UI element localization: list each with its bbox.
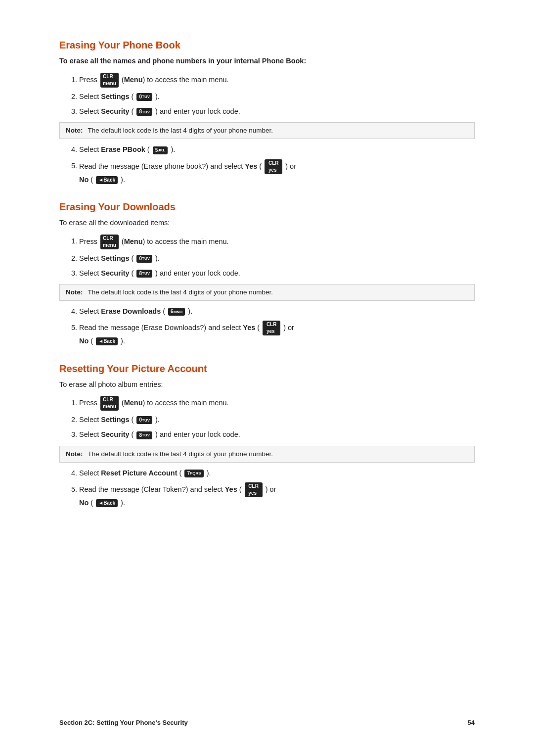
steps-list-1b: Select Erase PBook ( 5JKL ). Read the me…	[79, 144, 475, 185]
menu-key-badge: CLRmenu	[100, 73, 119, 88]
security-bold-3: Security	[101, 430, 129, 438]
yes-key-badge-1: CLRyes	[265, 159, 282, 174]
step-1-1: Press CLRmenu (Menu) to access the main …	[79, 73, 475, 88]
step-3-1: Press CLRmenu (Menu) to access the main …	[79, 396, 475, 411]
menu-key-badge-3: CLRmenu	[100, 396, 119, 411]
steps-list-3: Press CLRmenu (Menu) to access the main …	[79, 396, 475, 440]
step-2-5: Read the message (Erase Downloads?) and …	[79, 321, 475, 347]
note-text-1: The default lock code is the last 4 digi…	[88, 126, 273, 136]
section-intro-downloads: To erase all the downloaded items:	[59, 218, 475, 229]
page-footer: Section 2C: Setting Your Phone's Securit…	[0, 719, 534, 726]
settings-key-badge-1: 0TUV	[136, 93, 152, 101]
no-bold-2: No	[79, 337, 89, 345]
section-intro-erase-phone-book: To erase all the names and phone numbers…	[59, 56, 475, 67]
picture-key-badge: 7PQRS	[184, 470, 203, 477]
step-1-4: Select Erase PBook ( 5JKL ).	[79, 144, 475, 155]
note-label-3: Note:	[66, 449, 83, 459]
yes-bold-1: Yes	[245, 162, 257, 170]
security-key-badge-2: 8TUV	[136, 270, 152, 278]
note-box-3: Note: The default lock code is the last …	[59, 446, 475, 463]
section-title-reset-picture: Resetting Your Picture Account	[59, 363, 475, 375]
step-2-1: Press CLRmenu (Menu) to access the main …	[79, 235, 475, 249]
section-erase-downloads: Erasing Your Downloads To erase all the …	[59, 201, 475, 347]
steps-list-2: Press CLRmenu (Menu) to access the main …	[79, 235, 475, 279]
no-bold-3: No	[79, 499, 89, 507]
step-3-3: Select Security ( 8TUV ) and enter your …	[79, 429, 475, 440]
security-bold-2: Security	[101, 269, 129, 277]
settings-bold-1: Settings	[101, 93, 129, 100]
section-erase-phone-book: Erasing Your Phone Book To erase all the…	[59, 40, 475, 186]
steps-list-2b: Select Erase Downloads ( 6MNO ). Read th…	[79, 306, 475, 347]
step-3-5: Read the message (Clear Token?) and sele…	[79, 482, 475, 509]
no-bold-1: No	[79, 176, 89, 184]
steps-list-3b: Select Reset Picture Account ( 7PQRS ). …	[79, 468, 475, 509]
yes-bold-3: Yes	[225, 485, 237, 493]
step-2-2: Select Settings ( 0TUV ).	[79, 253, 475, 264]
no-key-badge-1: ◄Back	[96, 176, 118, 184]
intro-text: To erase all the names and phone numbers…	[59, 57, 306, 65]
step-3-2: Select Settings ( 0TUV ).	[79, 414, 475, 425]
security-key-badge-1: 8TUV	[136, 108, 152, 116]
section-title-erase-downloads: Erasing Your Downloads	[59, 201, 475, 213]
settings-bold-2: Settings	[101, 254, 129, 262]
step-2-4: Select Erase Downloads ( 6MNO ).	[79, 306, 475, 317]
footer-section-label: Section 2C: Setting Your Phone's Securit…	[59, 719, 188, 726]
note-box-2: Note: The default lock code is the last …	[59, 284, 475, 301]
section-reset-picture: Resetting Your Picture Account To erase …	[59, 363, 475, 509]
steps-list-1: Press CLRmenu (Menu) to access the main …	[79, 73, 475, 117]
yes-bold-2: Yes	[243, 324, 255, 331]
erase-downloads-bold: Erase Downloads	[101, 307, 161, 315]
downloads-key-badge: 6MNO	[168, 308, 185, 316]
step-3-4: Select Reset Picture Account ( 7PQRS ).	[79, 468, 475, 479]
menu-bold: Menu	[124, 76, 143, 84]
pbook-key-badge: 5JKL	[153, 146, 168, 154]
note-text-3: The default lock code is the last 4 digi…	[88, 449, 273, 459]
security-key-badge-3: 8TUV	[136, 431, 152, 439]
step-1-3: Select Security ( 8TUV ) and enter your …	[79, 106, 475, 117]
settings-key-badge-2: 0TUV	[136, 255, 152, 263]
no-key-badge-2: ◄Back	[96, 337, 118, 345]
yes-key-badge-2: CLRyes	[263, 321, 280, 335]
note-label-1: Note:	[66, 126, 83, 136]
step-2-3: Select Security ( 8TUV ) and enter your …	[79, 268, 475, 279]
no-key-badge-3: ◄Back	[96, 499, 118, 507]
menu-bold-2: Menu	[124, 237, 143, 245]
step-1-5: Read the message (Erase phone book?) and…	[79, 159, 475, 186]
erase-pbook-bold: Erase PBook	[101, 145, 145, 153]
note-box-1: Note: The default lock code is the last …	[59, 122, 475, 139]
security-bold-1: Security	[101, 107, 129, 115]
step-1-2: Select Settings ( 0TUV ).	[79, 91, 475, 102]
reset-picture-bold: Reset Picture Account	[101, 469, 177, 477]
footer-page-number: 54	[468, 719, 475, 726]
section-title-erase-phone-book: Erasing Your Phone Book	[59, 40, 475, 51]
note-label-2: Note:	[66, 287, 83, 297]
menu-key-badge-2: CLRmenu	[100, 235, 119, 249]
note-text-2: The default lock code is the last 4 digi…	[88, 287, 273, 297]
settings-key-badge-3: 0TUV	[136, 416, 152, 424]
settings-bold-3: Settings	[101, 416, 129, 424]
yes-key-badge-3: CLRyes	[245, 482, 263, 497]
menu-bold-3: Menu	[124, 399, 143, 407]
section-intro-picture: To erase all photo album entries:	[59, 379, 475, 390]
